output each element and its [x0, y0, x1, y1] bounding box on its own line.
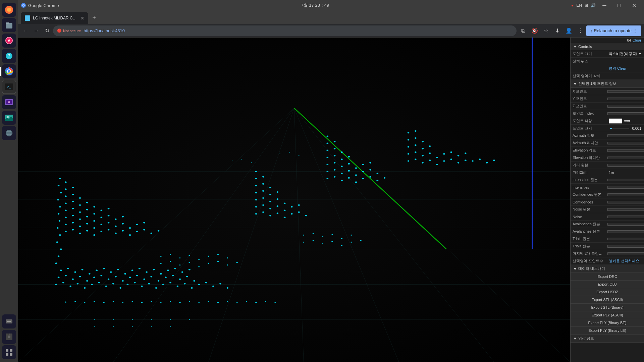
sidebar-icon-3d[interactable]	[2, 126, 16, 140]
maximize-button[interactable]: □	[612, 0, 627, 11]
svg-point-328	[227, 301, 228, 302]
chrome-window: Google Chrome 7월 17 23：49 ● EN ⊞ 🔊 ─ □ ✕…	[18, 0, 644, 362]
forward-button[interactable]: →	[32, 26, 41, 36]
url-bar[interactable]: 🔴 Not secure https://localhost:4310	[53, 25, 517, 36]
export-section-header[interactable]: ▼ 데이터 내보내기	[571, 265, 644, 273]
svg-point-72	[77, 283, 79, 284]
noise-raw-value[interactable]	[607, 208, 644, 211]
svg-point-208	[160, 256, 162, 257]
sidebar-icon-appcenter[interactable]: A	[2, 34, 16, 48]
svg-point-170	[136, 224, 138, 225]
svg-point-79	[127, 284, 129, 285]
noise-value[interactable]	[607, 216, 644, 218]
color-swatch[interactable]	[609, 118, 622, 124]
close-button[interactable]: ✕	[627, 0, 641, 11]
svg-point-193	[65, 195, 67, 197]
svg-point-129	[167, 269, 169, 271]
svg-point-83	[155, 287, 157, 289]
sidebar-icon-firefox[interactable]	[2, 3, 16, 17]
svg-rect-2	[6, 23, 12, 28]
intensities-value[interactable]	[607, 186, 644, 189]
azimuth-radian-value[interactable]	[607, 142, 644, 144]
trials-raw1-value[interactable]	[607, 238, 644, 240]
svg-point-106	[143, 279, 145, 280]
export-ply-ascii-button[interactable]: Export PLY (ASCII)	[571, 311, 644, 319]
z-point-value[interactable]	[607, 105, 644, 108]
confidences-row: Confidences	[571, 198, 644, 206]
svg-point-292	[493, 160, 495, 161]
download-icon[interactable]: ⬇	[552, 25, 563, 36]
y-point-value[interactable]	[607, 98, 644, 100]
azimuth-angle-value[interactable]	[607, 134, 644, 137]
svg-point-137	[59, 234, 61, 236]
minimize-button[interactable]: ─	[597, 0, 612, 11]
sidebar-icon-apps[interactable]	[2, 345, 16, 359]
export-ply-binary-be-button[interactable]: Export PLY (Binary BE)	[571, 319, 644, 327]
confidences-value[interactable]	[607, 201, 644, 203]
svg-point-227	[276, 205, 278, 207]
selection-point-count-value[interactable]: 앵커를 선택하세요	[607, 257, 644, 264]
sidebar-icon-screenshot[interactable]	[2, 95, 16, 109]
sidebar-icon-photos[interactable]	[2, 111, 16, 125]
new-tab-button[interactable]: +	[90, 13, 99, 22]
svg-point-301	[465, 153, 467, 154]
svg-point-254	[384, 177, 386, 179]
intensities-row: Intensities	[571, 184, 644, 191]
export-ply-binary-le-button[interactable]: Export PLY (Binary LE)	[571, 327, 644, 335]
point-info-section-header[interactable]: ▼ 선택한 1개 포인트 정보	[571, 80, 644, 88]
area-clear-btn[interactable]: 영역 Clear	[607, 65, 644, 72]
relaunch-button[interactable]: ↑ Relaunch to update ⋮	[586, 25, 641, 36]
screen-cast-icon[interactable]: ⧉	[518, 25, 529, 36]
intensities-label: Intensities	[571, 184, 607, 190]
avalanches-raw1-value[interactable]	[607, 223, 644, 226]
svg-point-1	[7, 8, 11, 12]
sidebar-icon-terminal[interactable]: >_	[2, 80, 16, 94]
sidebar-icon-files[interactable]	[2, 18, 16, 32]
svg-point-242	[269, 187, 271, 188]
bookmark-icon[interactable]: ☆	[541, 25, 551, 36]
profile-icon[interactable]: 👤	[564, 25, 574, 36]
avalanches-raw2-value[interactable]	[607, 230, 644, 233]
svg-point-358	[189, 319, 190, 320]
active-tab[interactable]: LG Innotek MLiDAR C… ✕	[21, 12, 88, 24]
sidebar-icon-hw1[interactable]	[2, 314, 16, 328]
controls-section-header[interactable]: ▼ Controls	[571, 43, 644, 50]
export-stl-ascii-button[interactable]: Export STL (ASCII)	[571, 296, 644, 304]
svg-point-198	[65, 181, 67, 183]
size-slider[interactable]	[610, 128, 629, 129]
more-menu-button[interactable]: ⋮	[575, 25, 586, 36]
intensities-raw-value[interactable]	[607, 179, 644, 181]
svg-point-319	[141, 302, 143, 303]
back-button[interactable]: ←	[21, 26, 30, 36]
3d-viewer[interactable]: 60 FPS (0-99)	[18, 38, 570, 362]
elevation-radian-value[interactable]	[607, 157, 644, 159]
sidebar-icon-chrome[interactable]	[2, 64, 16, 78]
svg-point-185	[93, 213, 95, 215]
svg-point-190	[79, 204, 81, 206]
export-usdz-button[interactable]: Export USDZ	[571, 288, 644, 296]
selection-point-count-label: 선택영역 포인트수	[571, 257, 607, 264]
svg-point-78	[119, 287, 121, 289]
pointcloud-toggle-value[interactable]: 박스비전(마킹픽) ▼	[607, 50, 644, 57]
svg-point-85	[169, 282, 171, 283]
svg-point-155	[129, 234, 131, 236]
svg-text:A: A	[8, 39, 11, 43]
confidences-raw-value[interactable]	[607, 193, 644, 196]
image-info-section-header[interactable]: ▼ 영상 정보	[571, 335, 644, 343]
last2-distance-value[interactable]	[607, 252, 644, 255]
export-drc-button[interactable]: Export DRC	[571, 273, 644, 281]
export-obj-button[interactable]: Export OBJ	[571, 281, 644, 288]
export-stl-binary-button[interactable]: Export STL (Binary)	[571, 304, 644, 311]
svg-point-324	[189, 301, 190, 302]
x-point-value[interactable]	[607, 90, 644, 93]
reload-button[interactable]: ↻	[42, 26, 52, 36]
point-index-value[interactable]	[607, 112, 644, 115]
tab-close-button[interactable]: ✕	[79, 15, 86, 21]
distance-raw-value[interactable]	[607, 164, 644, 167]
sidebar-icon-hw2[interactable]	[2, 330, 16, 344]
elevation-angle-value[interactable]	[607, 149, 644, 152]
svg-point-317	[122, 302, 123, 303]
trials-raw2-value[interactable]	[607, 245, 644, 248]
mute-icon[interactable]: 🔇	[529, 25, 540, 36]
sidebar-icon-help[interactable]: ?	[2, 49, 16, 63]
